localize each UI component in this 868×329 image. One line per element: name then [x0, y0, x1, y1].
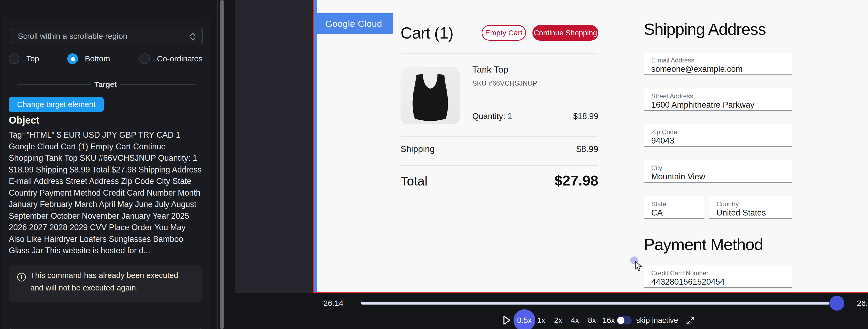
- field-label: E-mail Address: [651, 57, 694, 64]
- object-heading: Object: [9, 115, 39, 126]
- radio-label: Top: [26, 54, 39, 63]
- field-label: State: [651, 200, 666, 208]
- divider: [9, 324, 203, 324]
- change-target-button[interactable]: Change target element: [9, 97, 104, 112]
- end-time: 26:15: [857, 299, 868, 308]
- speed-option-0-5x-selected[interactable]: 0.5x: [514, 309, 535, 329]
- command-type-select[interactable]: Scroll within a scrollable region: [10, 28, 203, 44]
- skip-inactive-label: skip inactive: [636, 316, 678, 325]
- radio-circle[interactable]: [9, 54, 20, 64]
- state-field[interactable]: State CA: [644, 196, 705, 219]
- radio-circle-selected[interactable]: [67, 54, 78, 64]
- speed-option-8x[interactable]: 8x: [588, 316, 596, 325]
- divider: [401, 136, 598, 137]
- scrollbar-track-line: [217, 0, 218, 329]
- radio-option-bottom[interactable]: Bottom: [67, 54, 110, 64]
- field-label: Credit Card Number: [651, 269, 708, 277]
- radio-option-coordinates[interactable]: Co-ordinates: [140, 54, 203, 64]
- continue-shopping-button[interactable]: Continue Shopping: [532, 25, 598, 41]
- scrollbar-track-line: [225, 0, 225, 329]
- timeline-handle[interactable]: [830, 296, 844, 311]
- radio-option-top[interactable]: Top: [9, 54, 39, 64]
- field-label: City: [651, 164, 662, 172]
- product-name: Tank Top: [472, 64, 508, 75]
- object-text: Tag="HTML" $ EUR USD JPY GBP TRY CAD 1 G…: [9, 129, 202, 257]
- mouse-cursor-icon: [634, 261, 643, 273]
- app-window: Scroll within a scrollable region Top Bo…: [0, 0, 868, 329]
- field-value: someone@example.com: [651, 64, 742, 74]
- empty-cart-button[interactable]: Empty Cart: [482, 25, 526, 41]
- total-row: Total $27.98: [401, 172, 598, 189]
- viewer-backdrop: [235, 0, 313, 293]
- field-label: Country: [716, 200, 739, 208]
- target-highlight-label: Google Cloud: [314, 13, 393, 34]
- field-value: 1600 Amphitheatre Parkway: [651, 100, 754, 110]
- command-type-value: Scroll within a scrollable region: [18, 32, 127, 41]
- target-highlight-edge: [314, 0, 317, 292]
- total-value: $27.98: [555, 172, 598, 189]
- play-button[interactable]: [503, 315, 511, 327]
- cart-title: Cart (1): [401, 23, 453, 42]
- payment-method-heading: Payment Method: [644, 235, 763, 254]
- speed-option-4x[interactable]: 4x: [571, 316, 579, 325]
- product-price: $18.99: [573, 111, 598, 121]
- field-value: United States: [716, 208, 766, 218]
- city-field[interactable]: City Mountain View: [644, 160, 792, 183]
- street-address-field[interactable]: Street Address 1600 Amphitheatre Parkway: [644, 89, 792, 111]
- quantity-price-row: Quantity: 1 $18.99: [472, 111, 598, 121]
- country-field[interactable]: Country United States: [709, 196, 792, 219]
- field-value: Mountain View: [651, 172, 705, 182]
- zip-code-field[interactable]: Zip Code 94043: [644, 124, 792, 147]
- info-icon: [17, 272, 26, 283]
- panel-gap: [225, 0, 235, 329]
- speed-option-16x[interactable]: 16x: [602, 316, 615, 325]
- shipping-label: Shipping: [401, 144, 435, 154]
- notice-text: This command has already been executed a…: [30, 269, 186, 294]
- shipping-cost-row: Shipping $8.99: [401, 144, 598, 154]
- chevron-up-down-icon: [190, 32, 196, 43]
- timeline-track[interactable]: [361, 302, 830, 304]
- divider: [401, 54, 598, 54]
- field-value: 4432801561520454: [651, 277, 725, 287]
- total-label: Total: [401, 174, 427, 189]
- fullscreen-expand-icon[interactable]: [686, 316, 695, 326]
- product-quantity: Quantity: 1: [472, 111, 512, 121]
- speed-option-2x[interactable]: 2x: [554, 316, 562, 325]
- product-sku: SKU #66VCHSJNUP: [472, 79, 537, 88]
- field-label: Street Address: [651, 93, 693, 100]
- credit-card-number-field[interactable]: Credit Card Number 4432801561520454: [644, 265, 792, 288]
- target-highlight-text: Google Cloud: [325, 19, 382, 29]
- product-image-tank-top: [401, 67, 460, 124]
- radio-circle[interactable]: [140, 54, 150, 64]
- field-value: 94043: [651, 136, 674, 145]
- email-field[interactable]: E-mail Address someone@example.com: [644, 53, 792, 75]
- current-time: 26:14: [323, 299, 343, 308]
- radio-label: Bottom: [85, 54, 110, 63]
- toggle-knob: [617, 317, 624, 324]
- field-value: CA: [651, 208, 663, 218]
- vertical-scrollbar[interactable]: [220, 0, 224, 329]
- skip-inactive-toggle[interactable]: [617, 316, 631, 325]
- next-section-box: [9, 328, 203, 329]
- speed-option-1x[interactable]: 1x: [537, 316, 546, 325]
- shipping-address-heading: Shipping Address: [644, 20, 766, 38]
- divider: [120, 84, 195, 85]
- field-label: Zip Code: [651, 128, 677, 136]
- shipping-value: $8.99: [576, 144, 598, 154]
- radio-label: Co-ordinates: [157, 54, 203, 63]
- divider: [401, 165, 598, 166]
- tank-top-graphic: [401, 68, 460, 124]
